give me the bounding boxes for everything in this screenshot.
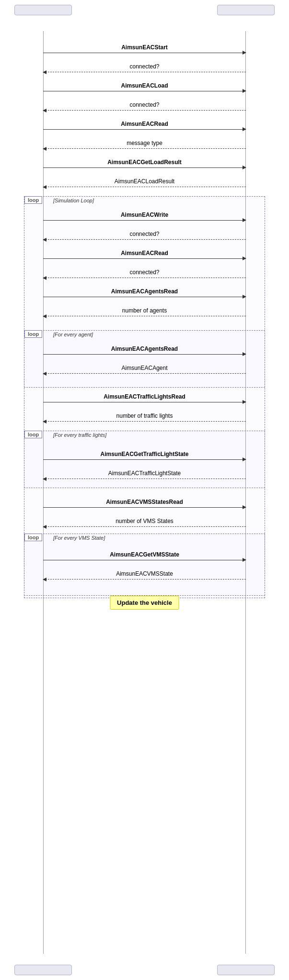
arrow-line-a15 bbox=[43, 354, 246, 355]
frame-f2: loop[For every agent] bbox=[24, 330, 265, 388]
arrow-label-a20: AimsunEACTrafficLightState bbox=[43, 470, 246, 477]
arrowhead-a14 bbox=[43, 314, 46, 318]
arrow-label-a15: AimsunEACAgentsRead bbox=[43, 345, 246, 352]
arrow-line-a10 bbox=[43, 239, 246, 240]
arrow-line-a9 bbox=[43, 220, 246, 221]
frame-label-f2: loop bbox=[24, 330, 42, 338]
arrow-a14: number of agents bbox=[0, 306, 289, 321]
arrow-a4: connected? bbox=[0, 100, 289, 115]
arrowhead-a10 bbox=[43, 238, 46, 242]
arrow-label-a22: number of VMS States bbox=[43, 518, 246, 524]
arrow-line-a5 bbox=[43, 129, 246, 130]
frame-condition-f4: [For every VMS State] bbox=[53, 535, 105, 541]
arrow-a1: AimsunEACStart bbox=[0, 43, 289, 57]
arrowhead-a8 bbox=[43, 185, 46, 189]
arrowhead-a6 bbox=[43, 147, 46, 151]
arrow-label-a18: number of traffic lights bbox=[43, 412, 246, 419]
arrowhead-a16 bbox=[43, 372, 46, 376]
arrow-a12: connected? bbox=[0, 268, 289, 282]
arrow-line-a20 bbox=[43, 479, 246, 479]
arrow-a24: AimsunEACVMSState bbox=[0, 569, 289, 584]
frame-condition-f3: [For every traffic lights] bbox=[53, 432, 106, 438]
arrow-label-a1: AimsunEACStart bbox=[43, 44, 246, 51]
arrow-line-a16 bbox=[43, 373, 246, 374]
arrowhead-a23 bbox=[243, 558, 246, 562]
arrow-label-a19: AimsunEACGetTrafficLightState bbox=[43, 451, 246, 457]
arrowhead-a15 bbox=[243, 352, 246, 356]
arrowhead-a1 bbox=[243, 51, 246, 55]
arrow-label-a6: message type bbox=[43, 140, 246, 146]
actor-right-header bbox=[217, 5, 275, 15]
arrow-line-a7 bbox=[43, 167, 246, 168]
frame-label-f4: loop bbox=[24, 534, 42, 541]
frame-condition-f1: [Simulation Loop] bbox=[53, 198, 94, 203]
arrowhead-a9 bbox=[243, 218, 246, 222]
arrow-a10: connected? bbox=[0, 230, 289, 244]
arrow-a2: connected? bbox=[0, 62, 289, 77]
arrow-a3: AimsunEACLoad bbox=[0, 81, 289, 96]
arrow-label-a3: AimsunEACLoad bbox=[43, 82, 246, 89]
arrow-line-a24 bbox=[43, 579, 246, 579]
arrow-a16: AimsunEACAgent bbox=[0, 364, 289, 378]
arrowhead-a24 bbox=[43, 578, 46, 581]
arrow-label-a7: AimsunEACGetLoadResult bbox=[43, 159, 246, 166]
arrowhead-a20 bbox=[43, 477, 46, 481]
arrow-a7: AimsunEACGetLoadResult bbox=[0, 158, 289, 172]
note-update-vehicle: Update the vehicle bbox=[110, 596, 179, 610]
arrowhead-a4 bbox=[43, 109, 46, 112]
arrow-a22: number of VMS States bbox=[0, 517, 289, 531]
arrow-line-a12 bbox=[43, 278, 246, 278]
frame-label-f3: loop bbox=[24, 431, 42, 438]
frame-label-f1: loop bbox=[24, 196, 42, 204]
arrow-label-a12: connected? bbox=[43, 269, 246, 276]
arrow-line-a23 bbox=[43, 560, 246, 560]
arrowhead-a3 bbox=[243, 89, 246, 93]
arrow-line-a1 bbox=[43, 53, 246, 53]
arrow-a18: number of traffic lights bbox=[0, 412, 289, 426]
arrow-label-a21: AimsunEACVMSStatesRead bbox=[43, 499, 246, 505]
arrow-a11: AimsunEACRead bbox=[0, 249, 289, 263]
arrow-a19: AimsunEACGetTrafficLightState bbox=[0, 450, 289, 464]
arrowhead-a22 bbox=[43, 525, 46, 529]
frame-f4: loop[For every VMS State] bbox=[24, 534, 265, 596]
arrow-line-a4 bbox=[43, 110, 246, 111]
arrow-line-a11 bbox=[43, 258, 246, 259]
arrow-label-a5: AimsunEACRead bbox=[43, 121, 246, 127]
arrow-label-a24: AimsunEACVMSState bbox=[43, 570, 246, 577]
arrow-a13: AimsunEACAgentsRead bbox=[0, 287, 289, 301]
arrowhead-a7 bbox=[243, 166, 246, 169]
arrow-line-a19 bbox=[43, 459, 246, 460]
arrow-line-a21 bbox=[43, 507, 246, 508]
arrow-label-a14: number of agents bbox=[43, 307, 246, 314]
arrow-a20: AimsunEACTrafficLightState bbox=[0, 469, 289, 483]
frame-condition-f2: [For every agent] bbox=[53, 332, 93, 337]
arrowhead-a17 bbox=[243, 400, 246, 404]
arrow-line-a14 bbox=[43, 316, 246, 316]
arrowhead-a18 bbox=[43, 420, 46, 423]
arrow-line-a8 bbox=[43, 187, 246, 187]
arrow-a6: message type bbox=[0, 139, 289, 153]
arrowhead-a21 bbox=[243, 505, 246, 509]
arrow-label-a23: AimsunEACGetVMSState bbox=[43, 551, 246, 558]
arrow-line-a22 bbox=[43, 526, 246, 527]
arrow-line-a6 bbox=[43, 148, 246, 149]
arrow-label-a17: AimsunEACTrafficLightsRead bbox=[43, 393, 246, 400]
arrowhead-a12 bbox=[43, 276, 46, 280]
arrow-a5: AimsunEACRead bbox=[0, 120, 289, 134]
actor-left-footer bbox=[14, 965, 72, 975]
diagram-container: loop[Simulation Loop]loop[For every agen… bbox=[0, 0, 289, 980]
arrowhead-a19 bbox=[243, 457, 246, 461]
arrow-a23: AimsunEACGetVMSState bbox=[0, 550, 289, 565]
arrow-label-a16: AimsunEACAgent bbox=[43, 365, 246, 371]
arrow-a8: AimsunEACLoadResult bbox=[0, 177, 289, 191]
arrow-line-a13 bbox=[43, 297, 246, 297]
arrow-label-a8: AimsunEACLoadResult bbox=[43, 178, 246, 185]
arrow-label-a11: AimsunEACRead bbox=[43, 250, 246, 256]
arrow-a9: AimsunEACWrite bbox=[0, 211, 289, 225]
arrowhead-a11 bbox=[243, 256, 246, 260]
arrow-label-a13: AimsunEACAgentsRead bbox=[43, 288, 246, 295]
actor-right-footer bbox=[217, 965, 275, 975]
arrow-line-a17 bbox=[43, 402, 246, 402]
arrow-a15: AimsunEACAgentsRead bbox=[0, 345, 289, 359]
arrow-line-a2 bbox=[43, 72, 246, 72]
